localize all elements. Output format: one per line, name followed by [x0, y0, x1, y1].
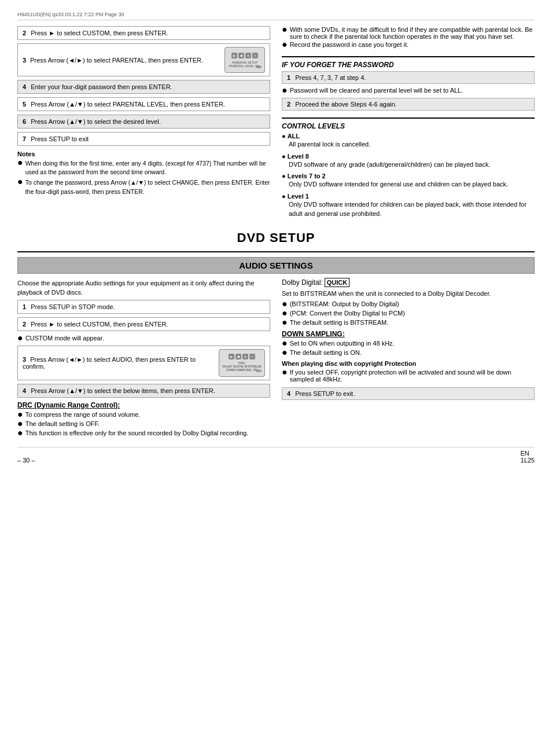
right-bullet-1-dot: ● — [282, 25, 288, 34]
bottom-section: Choose the appropriate Audio settings fo… — [17, 278, 535, 439]
step-6-inner: 6 Press Arrow (▲/▼) to select the desire… — [23, 118, 265, 125]
level-8-dot: ● — [282, 153, 286, 160]
forgot-bullet-1: ● Password will be cleared and parental … — [282, 87, 535, 95]
drc-bullet-3: ● This function is effective only for th… — [17, 430, 270, 438]
remote-btn-4: ↩ — [252, 53, 258, 58]
forgot-step-1-box: 1 Press 4, 7, 3, 7 at step 4. — [282, 71, 535, 84]
level-8-desc: DVD software of any grade (adult/general… — [282, 160, 535, 170]
step-4-inner: 4 Enter your four-digit password then pr… — [23, 83, 265, 90]
down-sampling-title: DOWN SAMPLING: — [282, 330, 535, 338]
audio-remote-btn-3: ⏸ — [242, 354, 248, 359]
page: H9451UD(EN).qx33 03.1.22 7:22 PM Page 30… — [0, 0, 552, 756]
dolby-bullet-1: ● (BITSTREAM: Output by Dolby Digital) — [282, 300, 535, 309]
note-2: ● To change the password, press Arrow (▲… — [17, 178, 270, 197]
step-4-num: 4 — [23, 83, 26, 90]
level-1: ● Level 1 Only DVD software intended for… — [282, 193, 535, 219]
remote-btn-3: ⏸ — [245, 53, 251, 58]
level-all-label: ● ALL — [282, 133, 535, 140]
right-step-4-text: Press SETUP to exit. — [295, 390, 355, 397]
step-4-box: 4 Enter your four-digit password then pr… — [17, 80, 270, 94]
dolby-header-row: Dolby Digital: QUICK — [282, 278, 535, 287]
step-2-num: 2 — [23, 30, 26, 36]
dolby-quick-badge: QUICK — [325, 278, 349, 287]
right-step-4-box: 4 Press SETUP to exit. — [282, 387, 535, 400]
audio-settings-bar: AUDIO SETTINGS — [17, 257, 535, 274]
audio-step-1-num: 1 — [23, 303, 26, 310]
forgot-heading: IF YOU FORGET THE PASSWORD — [282, 61, 535, 69]
ds-bullet-2: ● The default setting is ON. — [282, 349, 535, 357]
control-levels-heading: CONTROL LEVELS — [282, 122, 535, 130]
audio-step-3-box: 3 Press Arrow (◄/►) to select AUDIO, the… — [17, 346, 270, 380]
right-bullet-1: ● With some DVDs, it may be difficult to… — [282, 26, 535, 40]
dolby-text: Set to BITSTREAM when the unit is connec… — [282, 289, 535, 299]
remote-sublabel: PARENTAL LEVEL: ALL — [229, 64, 260, 68]
dolby-section: Dolby Digital: QUICK Set to BITSTREAM wh… — [282, 278, 535, 328]
level-7to2-desc: Only DVD software intended for general u… — [282, 179, 535, 189]
copyright-heading: When playing disc with copyright Protect… — [282, 360, 535, 367]
header-text: H9451UD(EN).qx33 03.1.22 7:22 PM Page 30 — [17, 12, 124, 17]
level-all-dot: ● — [282, 133, 286, 140]
level-1-desc: Only DVD software intended for children … — [282, 200, 535, 219]
level-all-desc: All parental lock is cancelled. — [282, 140, 535, 149]
level-7to2-dot: ● — [282, 173, 286, 179]
audio-remote-btns-top: ▶ ⏹ ⏸ ↩ — [229, 354, 255, 359]
page-footer: – 30 – EN 1L25 — [17, 447, 535, 464]
bottom-right: Dolby Digital: QUICK Set to BITSTREAM wh… — [282, 278, 535, 439]
audio-step-4-box: 4 Press Arrow (▲/▼) to select the below … — [17, 384, 270, 398]
audio-step-1-box: 1 Press SETUP in STOP mode. — [17, 300, 270, 314]
ds-bullet-2-dot: ● — [282, 348, 288, 357]
note-1-text: When doing this for the first time, ente… — [25, 159, 270, 178]
audio-step-3-text: Press Arrow (◄/►) to select AUDIO, then … — [23, 356, 196, 370]
copyright-section: When playing disc with copyright Protect… — [282, 360, 535, 383]
right-bullet-2-dot: ● — [282, 40, 288, 49]
dolby-title: Dolby Digital: — [282, 278, 323, 287]
drc-bullet-2-text: The default setting is OFF. — [25, 420, 100, 427]
drc-bullet-2: ● The default setting is OFF. — [17, 420, 270, 428]
forgot-step-2-num: 2 — [287, 101, 290, 108]
copyright-bullet-1-text: If you select OFF, copyright protection … — [290, 369, 535, 383]
remote-btn-2: ⏹ — [238, 53, 244, 58]
level-8-label: ● Level 8 — [282, 153, 535, 160]
dolby-bullet-3-text: The default setting is BITSTREAM. — [290, 319, 389, 326]
left-column: 2 Press ► to select CUSTOM, then press E… — [17, 26, 270, 222]
step-6-num: 6 — [23, 118, 26, 125]
right-step-4-inner: 4 Press SETUP to exit. — [287, 390, 529, 397]
level-1-name: Level 1 — [288, 193, 309, 200]
step-7-box: 7 Press SETUP to exit — [17, 132, 270, 146]
step-3-inner: 3 Press Arrow (◄/►) to select PARENTAL, … — [23, 47, 265, 73]
step-3-remote-image: ▶ ⏹ ⏸ ↩ PARENTAL SETUP PARENTAL LEVEL: A… — [225, 47, 265, 73]
drc-bullet-3-dot: ● — [17, 428, 23, 438]
step-5-inner: 5 Press Arrow (▲/▼) to select PARENTAL L… — [23, 101, 265, 108]
ds-bullet-1: ● Set to ON when outputting in 48 kHz. — [282, 340, 535, 348]
forgot-divider — [282, 56, 535, 57]
step-6-text: Press Arrow (▲/▼) to select the desired … — [31, 118, 161, 125]
note-2-text: To change the password, press Arrow (▲/▼… — [25, 178, 270, 197]
audio-step-1-inner: 1 Press SETUP in STOP mode. — [23, 303, 265, 310]
forgot-step-2-box: 2 Proceed the above Steps 4-6 again. — [282, 98, 535, 111]
audio-step-4-text: Press Arrow (▲/▼) to select the below it… — [31, 387, 215, 394]
level-8: ● Level 8 DVD software of any grade (adu… — [282, 153, 535, 170]
step-3-text: Press Arrow (◄/►) to select PARENTAL, th… — [30, 57, 203, 64]
lang-code: EN 1L25 — [521, 450, 535, 464]
level-1-dot: ● — [282, 193, 286, 200]
step-7-num: 7 — [23, 135, 26, 142]
drc-bullet-1-dot: ● — [17, 410, 23, 419]
audio-step-2-box: 2 Press ► to select CUSTOM, then press E… — [17, 317, 270, 331]
drc-bullet-3-text: This function is effective only for the … — [25, 430, 249, 436]
right-bullet-2: ● Record the password in case you forget… — [282, 41, 535, 49]
note-1-bullet: ● — [17, 158, 23, 167]
bottom-left: Choose the appropriate Audio settings fo… — [17, 278, 270, 439]
audio-remote-btn-1: ▶ — [229, 354, 234, 359]
audio-step-2-inner: 2 Press ► to select CUSTOM, then press E… — [23, 321, 265, 328]
forgot-bullet-1-text: Password will be cleared and parental le… — [290, 87, 463, 94]
notes-section: Notes ● When doing this for the first ti… — [17, 149, 270, 197]
dolby-bullet-2: ● (PCM: Convert the Dolby Digital to PCM… — [282, 310, 535, 318]
step-6-box: 6 Press Arrow (▲/▼) to select the desire… — [17, 115, 270, 129]
level-7to2: ● Levels 7 to 2 Only DVD software intend… — [282, 173, 535, 189]
notes-title: Notes — [17, 149, 270, 159]
note-1: ● When doing this for the first time, en… — [17, 159, 270, 178]
audio-step-3-inner: 3 Press Arrow (◄/►) to select AUDIO, the… — [23, 349, 265, 377]
dolby-bullet-2-text: (PCM: Convert the Dolby Digital to PCM) — [290, 310, 405, 317]
step-5-text: Press Arrow (▲/▼) to select PARENTAL LEV… — [31, 101, 225, 108]
forgot-step-1-inner: 1 Press 4, 7, 3, 7 at step 4. — [287, 74, 529, 81]
